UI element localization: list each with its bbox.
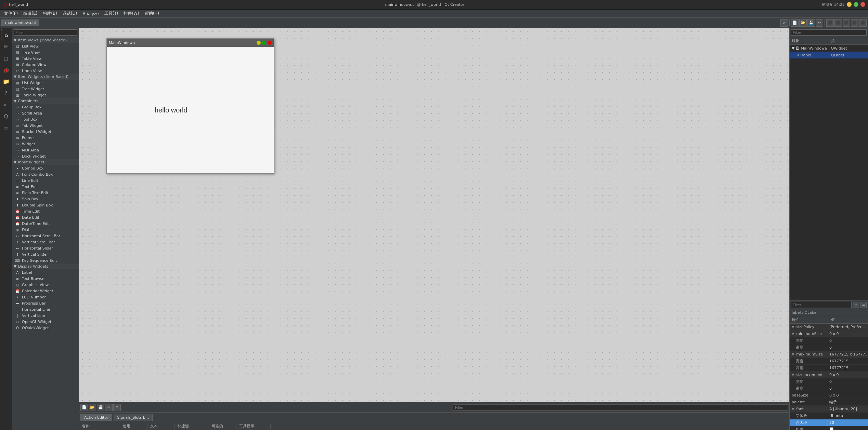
menu-analyze[interactable]: Analyze (80, 11, 101, 17)
action-save[interactable]: 💾 (97, 404, 104, 411)
action-new[interactable]: 📄 (80, 404, 88, 411)
widget-frame[interactable]: ▭ Frame (12, 135, 79, 141)
prop-row-fontsize[interactable]: 点大小 20 (790, 419, 868, 426)
minimize-button[interactable] (847, 2, 852, 7)
tab-signals-slots[interactable]: Signals_Slots E... (114, 414, 153, 421)
action-open[interactable]: 📂 (89, 404, 96, 411)
widget-column-view[interactable]: ▤ Column View (12, 62, 79, 68)
prop-row-basesize[interactable]: baseSize 0 x 0 (790, 392, 868, 399)
activity-projects[interactable]: 📁 (1, 76, 12, 87)
prop-row-width1[interactable]: 宽度 0 (790, 337, 868, 344)
right-filter-input[interactable] (791, 29, 867, 36)
widget-v-slider[interactable]: ↕ Vertical Slider (12, 251, 79, 257)
widget-v-line[interactable]: | Vertical Line (12, 312, 79, 319)
widget-datetime-edit[interactable]: 📅 Date/Time Edit (12, 220, 79, 227)
new-file-button[interactable]: 📄 (791, 19, 799, 27)
widget-spin-box[interactable]: ⬆ Spin Box (12, 196, 79, 202)
menu-tools[interactable]: 工具(T) (102, 10, 121, 17)
widget-progress-bar[interactable]: ▬ Progress Bar (12, 300, 79, 306)
layout-button[interactable]: ⬛ (843, 19, 850, 27)
widget-table-view[interactable]: ▦ Table View (12, 55, 79, 62)
activity-help[interactable]: ? (1, 88, 12, 98)
props-menu-button[interactable]: ≡ (860, 302, 867, 308)
widget-qquick[interactable]: Q QQuickWidget (12, 325, 79, 331)
prop-row-minsize[interactable]: ▼ minimumSize 0 x 0 (790, 331, 868, 337)
widget-text-edit[interactable]: ≡ Text Edit (12, 184, 79, 190)
widget-undo-view[interactable]: ↩ Undo View (12, 68, 79, 74)
prop-row-sizeinc[interactable]: ▼ sizeIncrement 0 x 0 (790, 372, 868, 378)
align-right-button[interactable]: ⬛ (834, 19, 842, 27)
prop-row-sizepolicy[interactable]: ▼ sizePolicy [Preferred, Prefer... (790, 324, 868, 331)
widget-graphics-view[interactable]: ◻ Graphics View (12, 282, 79, 288)
activity-vscode[interactable]: ≡ (1, 122, 12, 133)
widget-v-scroll[interactable]: ↕ Vertical Scroll Bar (12, 239, 79, 245)
widget-h-scroll[interactable]: ↔ Horizontal Scroll Bar (12, 233, 79, 239)
prop-row-fontfamily[interactable]: 字体族 Ubuntu (790, 413, 868, 419)
menu-build[interactable]: 构建(B) (40, 10, 60, 17)
widget-lcd-number[interactable]: 7 LCD Number (12, 294, 79, 300)
open-file-button[interactable]: 📂 (799, 19, 807, 27)
widget-plain-text-edit[interactable]: ≡ Plain Text Edit (12, 190, 79, 196)
widget-stacked-widget[interactable]: ▭ Stacked Widget (12, 129, 79, 135)
prop-row-maxsize[interactable]: ▼ maximumSize 16777215 x 16777... (790, 351, 868, 358)
widget-line-edit[interactable]: — Line Edit (12, 177, 79, 184)
qt-minimize-btn[interactable] (257, 41, 261, 45)
grid-button[interactable]: ⬛ (851, 19, 858, 27)
prop-row-height1[interactable]: 高度 0 (790, 344, 868, 351)
align-left-button[interactable]: ⬛ (826, 19, 834, 27)
widget-combo-box[interactable]: ▾ Combo Box (12, 165, 79, 171)
obj-row-mainwindow[interactable]: ▼ 🖼 MainWindowa QWidget (790, 45, 868, 52)
widget-double-spin-box[interactable]: ⬆ Double Spin Box (12, 202, 79, 208)
widget-text-browser[interactable]: ≡ Text Browser (12, 276, 79, 282)
design-canvas[interactable]: MainWindowa hello world (79, 28, 789, 402)
widget-scroll-area[interactable]: ▭ Scroll Area (12, 110, 79, 116)
widget-label[interactable]: A Label (12, 269, 79, 276)
widget-list-widget[interactable]: ▤ List Widget (12, 80, 79, 86)
activity-terminal[interactable]: >_ (1, 99, 12, 110)
menu-file[interactable]: 文件(F) (1, 10, 21, 17)
undo-button[interactable]: ↩ (816, 19, 823, 27)
maximize-button[interactable] (854, 2, 858, 7)
menu-debug[interactable]: 调试(D) (60, 10, 80, 17)
widget-calendar[interactable]: 📅 Calendar Widget (12, 288, 79, 294)
widget-table-widget[interactable]: ▦ Table Widget (12, 92, 79, 98)
widget-group-box[interactable]: ▭ Group Box (12, 104, 79, 110)
prop-row-font[interactable]: ▼ font A [Ubuntu, 20] (790, 406, 868, 413)
prop-row-width2[interactable]: 宽度 16777215 (790, 358, 868, 365)
menu-controls[interactable]: 控件(W) (121, 10, 142, 17)
widget-tree-widget[interactable]: ▤ Tree Widget (12, 86, 79, 92)
widget-dial[interactable]: ◎ Dial (12, 227, 79, 233)
close-tab-button[interactable]: × (780, 19, 788, 27)
prop-row-bold[interactable]: 粗体 (790, 426, 868, 430)
obj-row-label[interactable]: 🏷 label QLabel (790, 52, 868, 58)
action-settings[interactable]: ⚙ (113, 404, 121, 411)
menu-help[interactable]: 帮助(H) (142, 10, 162, 17)
widget-time-edit[interactable]: ⏰ Time Edit (12, 208, 79, 214)
widget-h-line[interactable]: — Horizontal Line (12, 306, 79, 312)
action-undo2[interactable]: ↩ (105, 404, 113, 411)
activity-extensions[interactable]: Q (1, 111, 12, 122)
widget-dock-widget[interactable]: ▭ Dock Widget (12, 153, 79, 159)
menu-edit[interactable]: 编辑(E) (21, 10, 40, 17)
activity-design[interactable]: ◻ (1, 53, 12, 64)
widget-list-view[interactable]: ▤ List View (12, 43, 79, 49)
activity-edit[interactable]: ✏ (1, 41, 12, 52)
props-add-button[interactable]: + (853, 302, 859, 308)
prop-row-palette[interactable]: palette 继承 (790, 399, 868, 406)
activity-debug[interactable]: 🐞 (1, 64, 12, 75)
widget-tab-widget[interactable]: ▭ Tab Widget (12, 122, 79, 129)
qt-close-btn[interactable] (268, 41, 272, 45)
save-file-button[interactable]: 💾 (807, 19, 815, 27)
widget-filter-input[interactable] (14, 29, 77, 36)
widget-tool-box[interactable]: ▭ Tool Box (12, 116, 79, 122)
bold-checkbox[interactable] (830, 427, 833, 430)
qt-maximize-btn[interactable] (262, 41, 266, 45)
close-button[interactable] (860, 2, 865, 7)
widget-date-edit[interactable]: 📅 Date Edit (12, 214, 79, 220)
editor-tab-mainwindowa[interactable]: mainwindowa.ui (1, 19, 39, 26)
widget-tree-view[interactable]: ▤ Tree View (12, 49, 79, 55)
widget-widget[interactable]: ▭ Widget (12, 141, 79, 147)
widget-h-slider[interactable]: ↔ Horizontal Slider (12, 245, 79, 251)
preview-button[interactable]: ⬛ (859, 19, 867, 27)
widget-font-combo-box[interactable]: A Font Combo Box (12, 171, 79, 177)
